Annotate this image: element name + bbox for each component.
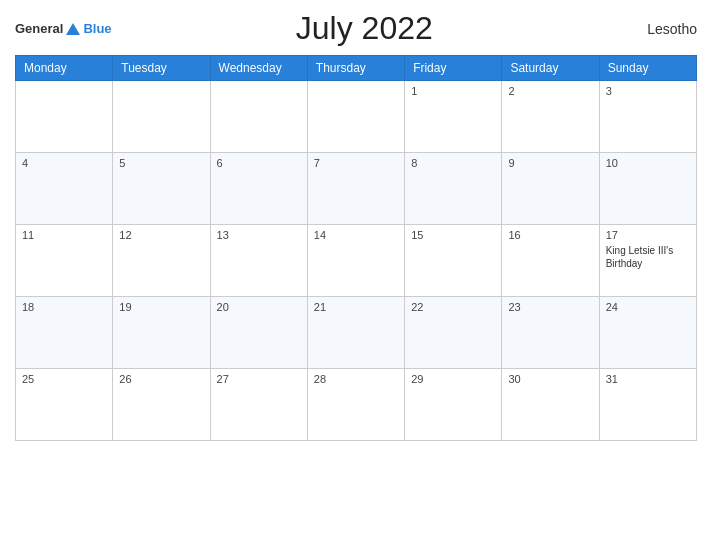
calendar-cell: 31 xyxy=(599,369,696,441)
day-number: 24 xyxy=(606,301,690,313)
day-number: 30 xyxy=(508,373,592,385)
day-number: 2 xyxy=(508,85,592,97)
day-number: 5 xyxy=(119,157,203,169)
logo-general: General xyxy=(15,21,63,36)
calendar-cell: 10 xyxy=(599,153,696,225)
calendar-cell: 28 xyxy=(307,369,404,441)
calendar-cell: 23 xyxy=(502,297,599,369)
day-number: 8 xyxy=(411,157,495,169)
day-number: 6 xyxy=(217,157,301,169)
day-number: 21 xyxy=(314,301,398,313)
day-number: 9 xyxy=(508,157,592,169)
calendar-cell: 12 xyxy=(113,225,210,297)
header-tuesday: Tuesday xyxy=(113,56,210,81)
day-number: 14 xyxy=(314,229,398,241)
day-number: 1 xyxy=(411,85,495,97)
week-row-3: 18192021222324 xyxy=(16,297,697,369)
day-number: 11 xyxy=(22,229,106,241)
calendar-cell: 22 xyxy=(405,297,502,369)
day-number: 4 xyxy=(22,157,106,169)
day-number: 18 xyxy=(22,301,106,313)
calendar-cell: 4 xyxy=(16,153,113,225)
week-row-1: 45678910 xyxy=(16,153,697,225)
day-number: 28 xyxy=(314,373,398,385)
day-number: 17 xyxy=(606,229,690,241)
day-number: 16 xyxy=(508,229,592,241)
logo-triangle-icon xyxy=(66,23,80,35)
calendar-cell: 2 xyxy=(502,81,599,153)
calendar-cell: 26 xyxy=(113,369,210,441)
header-saturday: Saturday xyxy=(502,56,599,81)
header-sunday: Sunday xyxy=(599,56,696,81)
day-number: 10 xyxy=(606,157,690,169)
calendar-title: July 2022 xyxy=(112,10,617,47)
day-number: 20 xyxy=(217,301,301,313)
day-number: 29 xyxy=(411,373,495,385)
calendar-cell: 5 xyxy=(113,153,210,225)
calendar-cell: 19 xyxy=(113,297,210,369)
day-number: 3 xyxy=(606,85,690,97)
calendar-table: Monday Tuesday Wednesday Thursday Friday… xyxy=(15,55,697,441)
header-monday: Monday xyxy=(16,56,113,81)
event-label: King Letsie III's Birthday xyxy=(606,245,674,269)
calendar-cell: 29 xyxy=(405,369,502,441)
calendar-cell xyxy=(113,81,210,153)
calendar-cell: 25 xyxy=(16,369,113,441)
calendar-cell: 18 xyxy=(16,297,113,369)
calendar-cell: 30 xyxy=(502,369,599,441)
header: General Blue July 2022 Lesotho xyxy=(15,10,697,47)
day-number: 23 xyxy=(508,301,592,313)
day-number: 22 xyxy=(411,301,495,313)
day-number: 19 xyxy=(119,301,203,313)
calendar-cell: 15 xyxy=(405,225,502,297)
calendar-cell: 13 xyxy=(210,225,307,297)
header-thursday: Thursday xyxy=(307,56,404,81)
calendar-cell: 1 xyxy=(405,81,502,153)
calendar-cell: 3 xyxy=(599,81,696,153)
week-row-2: 11121314151617King Letsie III's Birthday xyxy=(16,225,697,297)
day-number: 26 xyxy=(119,373,203,385)
day-number: 15 xyxy=(411,229,495,241)
day-number: 13 xyxy=(217,229,301,241)
calendar-cell: 24 xyxy=(599,297,696,369)
calendar-cell: 6 xyxy=(210,153,307,225)
day-number: 25 xyxy=(22,373,106,385)
calendar-cell: 27 xyxy=(210,369,307,441)
day-number: 31 xyxy=(606,373,690,385)
logo: General Blue xyxy=(15,21,112,36)
calendar-cell xyxy=(307,81,404,153)
calendar-cell: 8 xyxy=(405,153,502,225)
header-wednesday: Wednesday xyxy=(210,56,307,81)
calendar-cell: 17King Letsie III's Birthday xyxy=(599,225,696,297)
calendar-cell: 11 xyxy=(16,225,113,297)
calendar-cell: 21 xyxy=(307,297,404,369)
day-number: 27 xyxy=(217,373,301,385)
calendar-cell: 9 xyxy=(502,153,599,225)
day-number: 7 xyxy=(314,157,398,169)
calendar-cell: 14 xyxy=(307,225,404,297)
calendar-cell: 16 xyxy=(502,225,599,297)
week-row-0: 123 xyxy=(16,81,697,153)
week-row-4: 25262728293031 xyxy=(16,369,697,441)
header-friday: Friday xyxy=(405,56,502,81)
calendar-cell: 20 xyxy=(210,297,307,369)
calendar-cell: 7 xyxy=(307,153,404,225)
country-label: Lesotho xyxy=(617,21,697,37)
weekday-header-row: Monday Tuesday Wednesday Thursday Friday… xyxy=(16,56,697,81)
logo-blue: Blue xyxy=(83,21,111,36)
calendar-page: General Blue July 2022 Lesotho Monday Tu… xyxy=(0,0,712,550)
calendar-cell xyxy=(210,81,307,153)
calendar-cell xyxy=(16,81,113,153)
day-number: 12 xyxy=(119,229,203,241)
